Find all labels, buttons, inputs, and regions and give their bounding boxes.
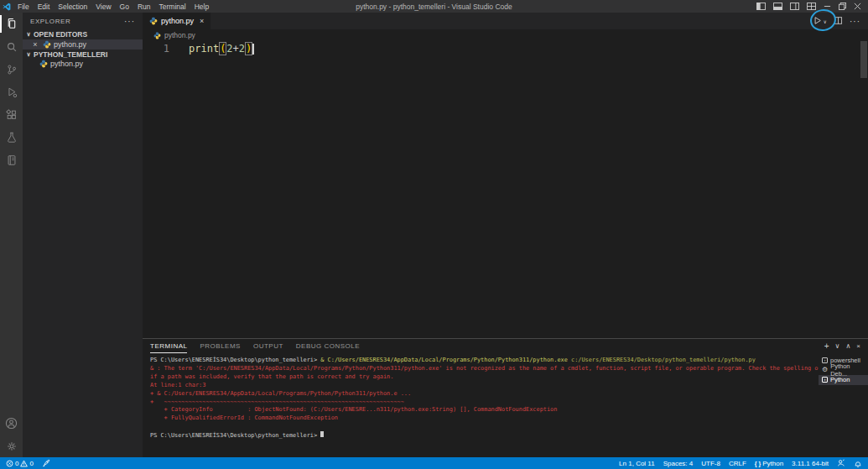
- encoding[interactable]: UTF-8: [701, 460, 720, 467]
- window-controls: [756, 3, 868, 10]
- panel-tab-terminal[interactable]: TERMINAL: [150, 339, 187, 353]
- menu-file[interactable]: File: [13, 3, 34, 11]
- layout-sidebar-right-icon[interactable]: [790, 3, 799, 10]
- warning-icon: [20, 460, 28, 467]
- terminal-list: ›powershell⚙Python Deb...›Python: [819, 353, 868, 457]
- activity-bar: [0, 13, 23, 457]
- menu-help[interactable]: Help: [190, 3, 213, 11]
- editor-caret: [252, 44, 254, 55]
- breadcrumb[interactable]: python.py: [143, 29, 868, 41]
- notebook-icon[interactable]: [0, 149, 23, 171]
- menu-run[interactable]: Run: [133, 3, 155, 11]
- explorer-title: EXPLORER: [30, 18, 70, 25]
- panel-header: TERMINALPROBLEMSOUTPUTDEBUG CONSOLE + ∨ …: [143, 339, 868, 353]
- explorer-more-actions-icon[interactable]: ···: [124, 17, 135, 26]
- close-editor-icon[interactable]: ×: [30, 40, 40, 49]
- terminal-line: PS C:\Users\ENESREİS34\Desktop\python_te…: [150, 431, 819, 440]
- notifications-bell-icon[interactable]: [854, 459, 862, 467]
- cursor-position[interactable]: Ln 1, Col 11: [619, 460, 655, 467]
- error-icon: [6, 460, 13, 467]
- settings-gear-icon[interactable]: [0, 435, 23, 457]
- vscode-window: FileEditSelectionViewGoRunTerminalHelp p…: [0, 0, 868, 469]
- code-line-1: 1 print(2+2): [143, 41, 868, 55]
- tree-item-python[interactable]: python.py: [23, 60, 143, 70]
- python-file-icon: [43, 40, 51, 49]
- terminal-cursor: [320, 431, 324, 437]
- editor-scrollbar[interactable]: [860, 41, 867, 78]
- layout-panel-icon[interactable]: [773, 3, 782, 10]
- layout-sidebar-left-icon[interactable]: [756, 3, 766, 10]
- panel-actions: + ∨ ∧ ×: [824, 341, 860, 351]
- file-label: python.py: [54, 40, 86, 49]
- menubar: FileEditSelectionViewGoRunTerminalHelp: [13, 3, 213, 11]
- testing-icon[interactable]: [0, 126, 23, 149]
- menu-edit[interactable]: Edit: [34, 3, 55, 11]
- panel-tab-debug-console[interactable]: DEBUG CONSOLE: [296, 339, 360, 353]
- terminal-list-item-python-deb-[interactable]: ⚙Python Deb...: [819, 366, 868, 376]
- indentation[interactable]: Spaces: 4: [663, 460, 694, 467]
- python-file-icon: [149, 17, 158, 25]
- tab-bar: python.py × ∨ ···: [143, 13, 868, 29]
- open-editors-section[interactable]: ∨ OPEN EDITORS: [23, 29, 143, 39]
- breadcrumb-item[interactable]: python.py: [164, 31, 195, 39]
- source-control-icon[interactable]: [0, 58, 23, 81]
- layout-customize-icon[interactable]: [807, 3, 816, 10]
- menu-go[interactable]: Go: [116, 3, 133, 11]
- titlebar: FileEditSelectionViewGoRunTerminalHelp p…: [0, 0, 868, 13]
- eol-sequence[interactable]: CRLF: [729, 460, 746, 467]
- folder-section-python-temelleri[interactable]: ∨ PYTHON_TEMELLERI: [23, 50, 143, 60]
- terminal-line: + CategoryInfo : ObjectNotFound: (C:/Use…: [150, 406, 819, 414]
- run-debug-icon[interactable]: [0, 81, 23, 103]
- python-file-icon: [39, 60, 48, 68]
- debug-gear-icon: ⚙: [822, 367, 828, 373]
- language-mode[interactable]: { } Python: [755, 460, 783, 467]
- open-editor-item-python[interactable]: × python.py: [23, 39, 143, 50]
- terminal-dropdown-chevron-icon[interactable]: ∨: [835, 342, 840, 350]
- chevron-down-icon: ∨: [25, 51, 32, 58]
- editor-group: python.py × ∨ ··· python.py 1 print(2+2): [143, 13, 868, 457]
- line-number: 1: [143, 43, 189, 55]
- new-terminal-icon[interactable]: +: [824, 341, 829, 351]
- panel-tab-problems[interactable]: PROBLEMS: [200, 339, 240, 353]
- close-window-button[interactable]: [854, 3, 861, 10]
- status-bar: 0 0 Ln 1, Col 11 Spaces: 4 UTF-8 CRLF { …: [0, 457, 868, 469]
- menu-terminal[interactable]: Terminal: [155, 3, 190, 11]
- more-actions-icon[interactable]: ···: [850, 17, 860, 26]
- file-label: python.py: [50, 60, 83, 68]
- explorer-sidebar: EXPLORER ··· ∨ OPEN EDITORS × python.py …: [23, 13, 143, 457]
- maximize-panel-icon[interactable]: ∧: [845, 342, 850, 350]
- terminal-line: PS C:\Users\ENESREİS34\Desktop\python_te…: [150, 357, 819, 365]
- terminal-line: [150, 423, 819, 431]
- chevron-down-icon: ∨: [25, 31, 32, 38]
- terminal-line: + & C:/Users/ENESRES34/AppData/Local/Pro…: [150, 390, 819, 399]
- extensions-icon[interactable]: [0, 103, 23, 126]
- search-icon[interactable]: [0, 35, 23, 58]
- terminal-list-label: Python: [830, 376, 850, 383]
- terminal-output[interactable]: PS C:\Users\ENESREİS34\Desktop\python_te…: [143, 353, 819, 457]
- panel: TERMINALPROBLEMSOUTPUTDEBUG CONSOLE + ∨ …: [143, 338, 868, 457]
- close-tab-icon[interactable]: ×: [200, 17, 204, 25]
- panel-tabs: TERMINALPROBLEMSOUTPUTDEBUG CONSOLE: [150, 339, 372, 353]
- menu-selection[interactable]: Selection: [54, 3, 91, 11]
- python-file-icon: [153, 32, 161, 39]
- feedback-icon[interactable]: [837, 459, 845, 467]
- terminal-line: & : The term 'C:/Users/ENESRES34/AppData…: [150, 365, 819, 373]
- tab-python-py[interactable]: python.py ×: [143, 13, 211, 29]
- rocket-icon[interactable]: [42, 459, 50, 467]
- problems-indicator[interactable]: 0 0: [6, 460, 34, 467]
- terminal-line: At line:1 char:3: [150, 382, 819, 390]
- explorer-icon[interactable]: [0, 13, 23, 35]
- menu-view[interactable]: View: [91, 3, 115, 11]
- terminal-prompt-icon: ›: [822, 357, 828, 363]
- account-icon[interactable]: [0, 412, 23, 435]
- panel-tab-output[interactable]: OUTPUT: [253, 339, 283, 353]
- python-interpreter[interactable]: 3.11.1 64-bit: [792, 460, 829, 467]
- code-editor[interactable]: 1 print(2+2): [143, 41, 868, 338]
- terminal-prompt-icon: ›: [822, 377, 828, 383]
- terminal-line: if a path was included, verify that the …: [150, 373, 819, 382]
- restore-button[interactable]: [839, 3, 846, 10]
- braces-icon: { }: [755, 461, 761, 466]
- close-panel-icon[interactable]: ×: [856, 342, 860, 350]
- terminal-line: + FullyQualifiedErrorId : CommandNotFoun…: [150, 414, 819, 423]
- tab-label: python.py: [161, 17, 194, 25]
